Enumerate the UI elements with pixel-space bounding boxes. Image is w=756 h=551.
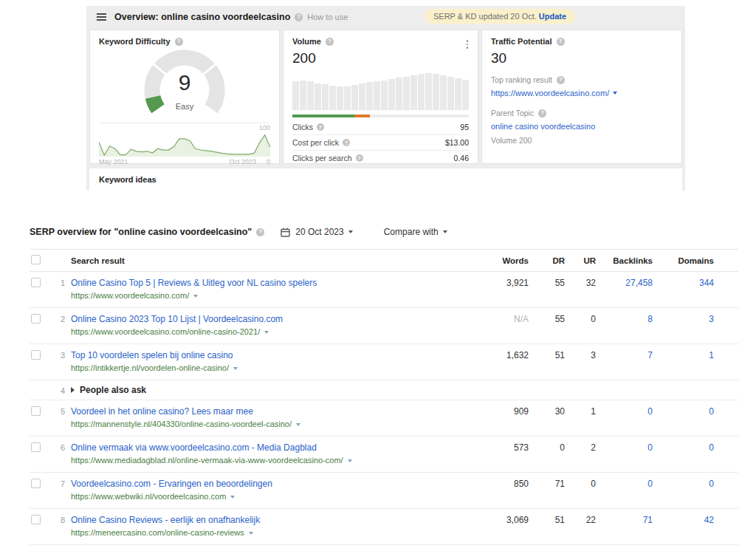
row-checkbox[interactable] — [31, 406, 41, 416]
volume-trend-bar — [307, 81, 314, 110]
serp-result-url-link[interactable]: https://intikkertje.nl/voordelen-online-… — [71, 363, 229, 373]
col-ur: UR — [565, 256, 596, 265]
overview-cards: Keyword Difficulty ? 9 Easy 100 May 2021… — [89, 30, 682, 164]
select-all-checkbox[interactable] — [31, 255, 41, 264]
row-checkbox[interactable] — [31, 479, 41, 488]
row-checkbox[interactable] — [31, 515, 41, 524]
domains-cell[interactable]: 0 — [653, 406, 714, 429]
backlinks-cell[interactable]: 27,458 — [596, 278, 653, 301]
backlinks-cell[interactable]: 7 — [596, 350, 653, 373]
col-words: Words — [440, 256, 529, 265]
serp-result-title-link[interactable]: Online vermaak via www.voordeelcasino.co… — [71, 442, 317, 454]
serp-info-icon[interactable]: ? — [256, 228, 264, 236]
ur-cell: 0 — [565, 479, 596, 502]
overview-header: Overview: online casino voordeelcasino ?… — [86, 6, 685, 28]
compare-with-dropdown[interactable]: Compare with — [384, 227, 447, 237]
info-icon[interactable]: ? — [295, 13, 303, 21]
tp-card-title-row: Traffic Potential ? — [491, 37, 673, 46]
ur-cell: 22 — [565, 515, 596, 538]
clicks-row: Clicks? 95 — [292, 120, 469, 134]
top-ranking-result-row: Top ranking result ? — [491, 75, 673, 84]
url-dropdown-caret-icon[interactable] — [249, 532, 253, 535]
dr-cell: 55 — [529, 314, 565, 337]
domains-cell[interactable]: 1 — [653, 350, 714, 373]
kd-axis-bottom-label: 0 — [267, 158, 270, 165]
volume-trend-bar — [337, 86, 343, 111]
chevron-down-icon[interactable] — [613, 92, 617, 95]
volume-info-icon[interactable]: ? — [326, 38, 334, 46]
serp-result-title-link[interactable]: Online Casino 2023 Top 10 Lijst | Voorde… — [71, 314, 283, 325]
serp-result-url-link[interactable]: https://www.voordeelcasino.com/ — [71, 291, 189, 301]
parent-topic-row: Parent Topic ? — [491, 109, 673, 117]
serp-result-row: 3Top 10 voordelen spelen bij online casi… — [30, 343, 738, 380]
update-link[interactable]: Update — [539, 12, 566, 21]
clicks-value: 95 — [460, 123, 469, 131]
badge-text: SERP & KD updated 20 Oct. — [433, 12, 537, 21]
volume-trend-bars — [292, 73, 469, 110]
serp-result-row: 9Speel 7900+ Gratis Online Casino Spelle… — [30, 544, 738, 551]
backlinks-cell[interactable]: 71 — [596, 515, 653, 538]
parent-topic-link[interactable]: online casino voordeelcasino — [491, 122, 595, 131]
domains-cell[interactable]: 42 — [653, 515, 714, 538]
col-dr: DR — [529, 256, 565, 265]
people-also-ask-toggle[interactable]: People also ask — [65, 385, 440, 395]
url-dropdown-caret-icon[interactable] — [348, 459, 352, 462]
backlinks-cell[interactable]: 0 — [596, 479, 653, 502]
how-to-use-link[interactable]: How to use — [307, 13, 348, 21]
traffic-potential-card: Traffic Potential ? 30 Top ranking resul… — [481, 30, 682, 164]
row-checkbox[interactable] — [31, 314, 41, 324]
serp-result-url-link[interactable]: https://www.voordeelcasino.com/online-ca… — [71, 327, 260, 337]
words-cell: N/A — [440, 314, 529, 337]
serp-result-title-link[interactable]: Online Casino Reviews - eerlijk en onafh… — [71, 515, 260, 526]
kd-info-icon[interactable]: ? — [175, 38, 183, 46]
backlinks-cell[interactable]: 0 — [596, 406, 653, 429]
volume-trend-bar — [455, 78, 461, 111]
dr-cell: 51 — [529, 350, 565, 373]
kd-card-title: Keyword Difficulty — [99, 37, 171, 46]
volume-trend-bar — [462, 80, 469, 111]
serp-header: SERP overview for "online casino voordee… — [30, 224, 738, 240]
volume-trend-bar — [322, 84, 329, 110]
cps-info-icon[interactable]: ? — [356, 154, 363, 162]
url-dropdown-caret-icon[interactable] — [230, 496, 235, 499]
serp-result-title-link[interactable]: Voordeelcasino.com - Ervaringen en beoor… — [71, 479, 272, 490]
serp-result-title-link[interactable]: Voordeel in het online casino? Lees maar… — [71, 406, 253, 417]
serp-result-url-link[interactable]: https://www.webwiki.nl/voordeelcasino.co… — [71, 492, 226, 502]
backlinks-cell[interactable]: 8 — [596, 314, 653, 337]
row-number: 2 — [49, 314, 65, 337]
row-checkbox[interactable] — [31, 350, 41, 360]
clicks-segment-paid-clicks — [354, 114, 371, 117]
url-dropdown-caret-icon[interactable] — [264, 331, 269, 334]
serp-result-url-link[interactable]: https://www.mediadagblad.nl/online-verma… — [71, 456, 343, 465]
domains-cell[interactable]: 0 — [653, 479, 714, 502]
parent-topic-info-icon[interactable]: ? — [538, 109, 546, 117]
kebab-menu-icon[interactable] — [465, 38, 470, 50]
serp-table-header: Search result Words DR UR Backlinks Doma… — [30, 249, 738, 272]
date-selector[interactable]: 20 Oct 2023 — [281, 227, 352, 237]
top-ranking-info-icon[interactable]: ? — [557, 76, 565, 84]
url-dropdown-caret-icon[interactable] — [193, 295, 198, 298]
hamburger-menu-icon[interactable] — [97, 13, 106, 21]
serp-result-url-link[interactable]: https://mannenstyle.nl/404330/online-cas… — [71, 420, 292, 429]
volume-trend-bar — [410, 75, 417, 111]
domains-cell[interactable]: 3 — [653, 314, 714, 337]
tp-info-icon[interactable]: ? — [557, 38, 565, 46]
cost-per-click-row: Cost per click? $13.00 — [292, 134, 469, 150]
cpc-info-icon[interactable]: ? — [343, 139, 350, 146]
domains-cell[interactable]: 344 — [653, 278, 714, 301]
url-dropdown-caret-icon[interactable] — [296, 423, 300, 426]
clicks-info-icon[interactable]: ? — [317, 123, 324, 131]
serp-result-url-link[interactable]: https://meneercasino.com/online-casino-r… — [71, 528, 244, 538]
row-checkbox[interactable] — [31, 278, 41, 287]
serp-result-title-link[interactable]: Top 10 voordelen spelen bij online casin… — [71, 350, 233, 361]
url-dropdown-caret-icon[interactable] — [233, 367, 238, 370]
top-ranking-url-link[interactable]: https://www.voordeelcasino.com/ — [491, 89, 617, 97]
words-cell: 1,632 — [440, 350, 529, 373]
words-cell: 909 — [440, 406, 529, 429]
backlinks-cell[interactable]: 0 — [596, 442, 653, 465]
serp-result-title-link[interactable]: Online Casino Top 5 | Reviews & Uitleg v… — [71, 278, 317, 289]
kd-card-title-row: Keyword Difficulty ? — [99, 37, 270, 46]
domains-cell[interactable]: 0 — [653, 442, 714, 465]
row-checkbox[interactable] — [31, 442, 41, 452]
kd-gauge: 9 Easy — [129, 47, 240, 120]
